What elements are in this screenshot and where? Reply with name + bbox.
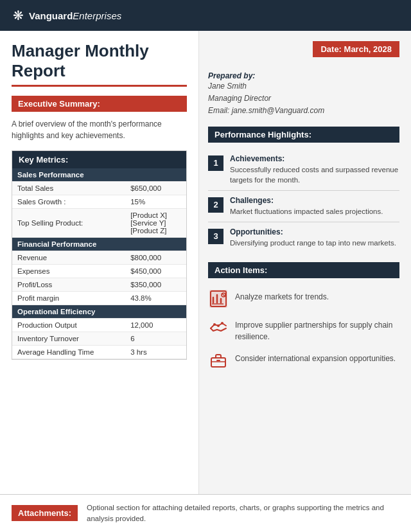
briefcase-icon <box>208 350 229 371</box>
table-row: Production Output12,000 <box>12 319 186 332</box>
action-item: Consider international expansion opportu… <box>208 346 399 375</box>
table-row: Average Handling Time3 hrs <box>12 346 186 359</box>
perf-number: 1 <box>208 155 223 171</box>
table-row: Sales Growth :15% <box>12 195 186 209</box>
metrics-section-header: Operational Efficiency <box>12 305 186 319</box>
row-label: Profit margin <box>12 292 125 305</box>
perf-number: 3 <box>208 229 223 244</box>
svg-rect-0 <box>209 290 227 308</box>
metrics-table: Sales PerformanceTotal Sales$650,000Sale… <box>12 168 186 359</box>
perf-text: Market fluctuations impacted sales proje… <box>230 206 383 217</box>
actions-container: Analyze markets for trends. Improve supp… <box>208 285 399 375</box>
perf-text: Diversifying product range to tap into n… <box>230 238 396 248</box>
perf-content: Challenges:Market fluctuations impacted … <box>230 196 383 217</box>
logo-icon: ❋ <box>13 8 24 23</box>
action-item: Improve supplier partnerships for supply… <box>208 313 399 346</box>
row-value: $450,000 <box>125 265 186 278</box>
table-row: Inventory Turnover6 <box>12 332 186 346</box>
exec-summary-text: A brief overview of the month's performa… <box>12 118 187 141</box>
svg-rect-11 <box>211 358 225 367</box>
performance-item: 2Challenges:Market fluctuations impacted… <box>208 191 399 222</box>
prepared-by-label: Prepared by: <box>208 71 399 80</box>
logo-text: VanguardEnterprises <box>29 10 121 21</box>
date-bar: Date: March, 2028 <box>313 41 399 57</box>
title-divider <box>12 85 187 87</box>
row-label: Profit/Loss <box>12 278 125 292</box>
table-row: Top Selling Product:[Product X][Service … <box>12 209 186 238</box>
perf-content: Achievements:Successfully reduced costs … <box>230 154 399 185</box>
right-column: Date: March, 2028 Prepared by: Jane Smit… <box>199 31 411 494</box>
prepared-by: Prepared by: Jane Smith Managing Directo… <box>208 71 399 118</box>
footer-text: Optional section for attaching detailed … <box>87 502 399 525</box>
highlights-container: 1Achievements:Successfully reduced costs… <box>208 149 399 253</box>
metrics-section-header: Financial Performance <box>12 238 186 251</box>
left-column: Manager Monthly Report Executive Summary… <box>0 31 199 494</box>
perf-number: 2 <box>208 197 223 213</box>
performance-item: 3Opportunities:Diversifying product rang… <box>208 222 399 253</box>
footer-label: Attachments: <box>12 505 78 521</box>
performance-highlights-label: Performance Highlights: <box>208 127 399 143</box>
perf-text: Successfully reduced costs and surpassed… <box>230 164 399 185</box>
action-text: Improve supplier partnerships for supply… <box>235 317 399 342</box>
row-label: Inventory Turnover <box>12 332 125 346</box>
perf-title: Opportunities: <box>230 227 396 236</box>
prepared-by-name: Jane Smith <box>208 80 399 93</box>
header: ❋ VanguardEnterprises <box>0 0 411 31</box>
table-row: Profit/Loss$350,000 <box>12 278 186 292</box>
prepared-by-email: Email: jane.smith@Vanguard.com <box>208 105 399 117</box>
key-metrics-header: Key Metrics: <box>12 151 186 168</box>
row-value: $350,000 <box>125 278 186 292</box>
footer: Attachments: Optional section for attach… <box>0 494 411 533</box>
svg-point-8 <box>217 324 220 327</box>
row-label: Top Selling Product: <box>12 209 125 238</box>
row-value: $800,000 <box>125 251 186 265</box>
row-label: Sales Growth : <box>12 195 125 209</box>
action-items-section: Action Items: Analyze markets for trends… <box>208 262 399 375</box>
performance-highlights-section: Performance Highlights: 1Achievements:Su… <box>208 127 399 253</box>
body-wrapper: Manager Monthly Report Executive Summary… <box>0 31 411 494</box>
action-text: Consider international expansion opportu… <box>235 350 396 364</box>
key-metrics-box: Key Metrics: Sales PerformanceTotal Sale… <box>12 150 187 360</box>
row-label: Expenses <box>12 265 125 278</box>
metrics-section-header: Sales Performance <box>12 168 186 182</box>
handshake-icon <box>208 317 229 337</box>
perf-title: Challenges: <box>230 196 383 205</box>
row-value: [Product X][Service Y][Product Z] <box>125 209 186 238</box>
row-label: Total Sales <box>12 182 125 195</box>
table-row: Total Sales$650,000 <box>12 182 186 195</box>
row-value: $650,000 <box>125 182 186 195</box>
row-label: Average Handling Time <box>12 346 125 359</box>
table-row: Expenses$450,000 <box>12 265 186 278</box>
row-value: 43.8% <box>125 292 186 305</box>
table-row: Revenue$800,000 <box>12 251 186 265</box>
right-col-header: Date: March, 2028 <box>208 41 399 65</box>
svg-point-10 <box>221 322 223 324</box>
row-value: 3 hrs <box>125 346 186 359</box>
prepared-by-role: Managing Director <box>208 93 399 105</box>
row-value: 15% <box>125 195 186 209</box>
row-label: Production Output <box>12 319 125 332</box>
action-item: Analyze markets for trends. <box>208 285 399 313</box>
performance-item: 1Achievements:Successfully reduced costs… <box>208 149 399 191</box>
chart-icon <box>208 288 229 309</box>
action-text: Analyze markets for trends. <box>235 288 329 303</box>
logo-area: ❋ VanguardEnterprises <box>13 8 398 23</box>
exec-summary-label: Executive Summary: <box>12 96 187 112</box>
table-row: Profit margin43.8% <box>12 292 186 305</box>
perf-content: Opportunities:Diversifying product range… <box>230 227 396 248</box>
row-label: Revenue <box>12 251 125 265</box>
perf-title: Achievements: <box>230 154 399 163</box>
row-value: 12,000 <box>125 319 186 332</box>
report-title: Manager Monthly Report <box>12 41 187 81</box>
row-value: 6 <box>125 332 186 346</box>
svg-point-9 <box>213 323 216 326</box>
action-items-label: Action Items: <box>208 262 399 278</box>
